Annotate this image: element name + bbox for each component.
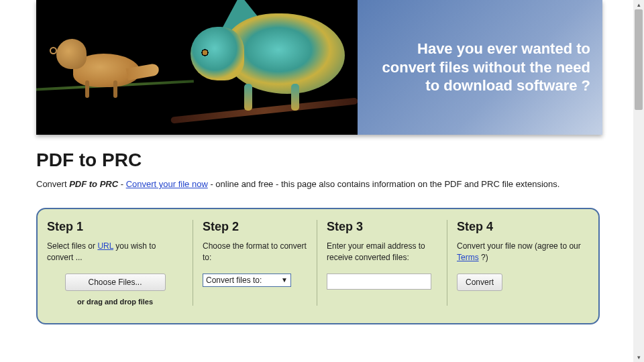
terms-link[interactable]: Terms — [457, 253, 479, 262]
intro-text: Convert PDF to PRC - Convert your file n… — [36, 179, 631, 189]
chevron-down-icon: ▼ — [281, 276, 288, 284]
step-4-title: Step 4 — [457, 220, 584, 234]
step-1-desc-pre: Select files or — [47, 241, 97, 251]
step-3: Step 3 Enter your email address to recei… — [317, 220, 447, 306]
step-1-title: Step 1 — [47, 220, 183, 234]
step-2: Step 2 Choose the format to convert to: … — [193, 220, 317, 306]
convert-now-link[interactable]: Convert your file now — [126, 179, 208, 189]
scroll-thumb[interactable] — [635, 9, 643, 110]
step-4-desc-post: ?) — [479, 253, 488, 262]
step-4-desc-pre: Convert your file now (agree to our — [457, 241, 581, 251]
intro-bold: PDF to PRC — [69, 179, 118, 189]
step-4-desc: Convert your file now (agree to our Term… — [457, 241, 584, 264]
step-2-title: Step 2 — [203, 220, 307, 234]
step-2-desc: Choose the format to convert to: — [203, 241, 307, 264]
format-select-label: Convert files to: — [206, 276, 262, 285]
drag-drop-hint: or drag and drop files — [47, 298, 183, 306]
scroll-up-icon[interactable]: ▴ — [633, 0, 644, 9]
vertical-scrollbar[interactable]: ▴ ▾ — [633, 0, 644, 362]
convert-button[interactable]: Convert — [457, 274, 502, 291]
intro-prefix: Convert — [36, 179, 69, 189]
step-4: Step 4 Convert your file now (agree to o… — [447, 220, 593, 306]
hero-banner: Have you ever wanted to convert files wi… — [36, 0, 602, 135]
step-3-desc: Enter your email address to receive conv… — [327, 241, 437, 264]
format-select[interactable]: Convert files to: ▼ — [203, 274, 291, 287]
choose-files-button[interactable]: Choose Files... — [65, 274, 166, 291]
intro-suffix: - online and free - this page also conta… — [208, 179, 560, 189]
scroll-down-icon[interactable]: ▾ — [633, 353, 644, 362]
hero-tagline-panel: Have you ever wanted to convert files wi… — [358, 0, 602, 135]
url-link[interactable]: URL — [97, 241, 113, 251]
step-1-desc: Select files or URL you wish to convert … — [47, 241, 183, 264]
step-1: Step 1 Select files or URL you wish to c… — [38, 220, 193, 306]
hero-tagline: Have you ever wanted to convert files wi… — [370, 40, 590, 95]
page-title: PDF to PRC — [36, 149, 631, 171]
email-field[interactable] — [327, 274, 431, 290]
step-3-title: Step 3 — [327, 220, 437, 234]
hero-image — [36, 0, 358, 135]
steps-panel: Step 1 Select files or URL you wish to c… — [36, 208, 600, 324]
intro-dash: - — [118, 179, 126, 189]
